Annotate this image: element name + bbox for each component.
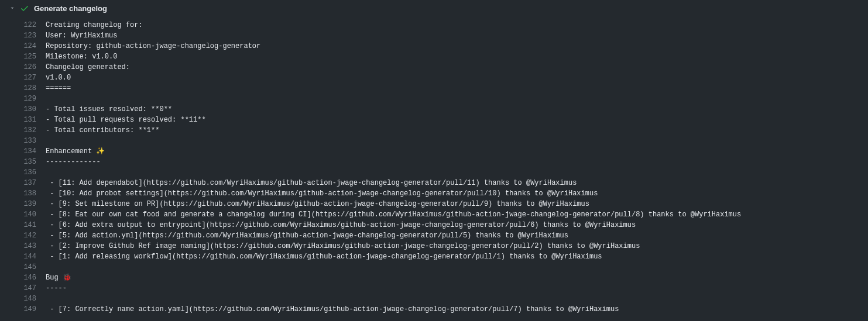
line-content: - [2: Improve Github Ref image naming](h… bbox=[36, 241, 640, 251]
line-content: - Total pull requests resolved: **11** bbox=[36, 115, 206, 125]
line-number: 146 bbox=[8, 272, 36, 283]
line-content: - [11: Add dependabot](https://github.co… bbox=[36, 178, 577, 188]
log-line: 125Milestone: v1.0.0 bbox=[0, 51, 868, 62]
line-number: 137 bbox=[8, 178, 36, 188]
line-number: 133 bbox=[8, 136, 36, 146]
line-content: - [8: Eat our own cat food and generate … bbox=[36, 209, 741, 220]
log-line: 127v1.0.0 bbox=[0, 73, 868, 83]
log-output: 122Creating changelog for:123User: WyriH… bbox=[0, 16, 868, 315]
log-line: 144 - [1: Add releasing workflow](https:… bbox=[0, 251, 868, 262]
log-line: 123User: WyriHaximus bbox=[0, 30, 868, 41]
line-content: - Total issues resolved: **0** bbox=[36, 104, 172, 115]
line-number: 139 bbox=[8, 199, 36, 209]
line-content: Enhancement ✨ bbox=[36, 146, 105, 157]
line-content: - [5: Add action.yml](https://github.com… bbox=[36, 230, 568, 241]
line-number: 130 bbox=[8, 104, 36, 115]
line-number: 128 bbox=[8, 83, 36, 94]
line-content: - [1: Add releasing workflow](https://gi… bbox=[36, 251, 602, 262]
line-content: - [7: Correctly name action.yaml](https:… bbox=[36, 304, 619, 315]
log-line: 135------------- bbox=[0, 157, 868, 167]
line-number: 123 bbox=[8, 30, 36, 41]
line-number: 132 bbox=[8, 125, 36, 136]
step-title: Generate changelog bbox=[34, 4, 107, 13]
line-number: 143 bbox=[8, 241, 36, 251]
log-line: 130- Total issues resolved: **0** bbox=[0, 104, 868, 115]
log-line: 132- Total contributors: **1** bbox=[0, 125, 868, 136]
line-number: 124 bbox=[8, 41, 36, 51]
log-line: 140 - [8: Eat our own cat food and gener… bbox=[0, 209, 868, 220]
line-number: 127 bbox=[8, 73, 36, 83]
log-line: 137 - [11: Add dependabot](https://githu… bbox=[0, 178, 868, 188]
line-number: 148 bbox=[8, 294, 36, 304]
line-number: 138 bbox=[8, 188, 36, 199]
log-line: 149 - [7: Correctly name action.yaml](ht… bbox=[0, 304, 868, 315]
line-content: - [6: Add extra output to entrypoint](ht… bbox=[36, 220, 636, 230]
line-content: - [9: Set milestone on PR](https://githu… bbox=[36, 199, 589, 209]
line-number: 125 bbox=[8, 51, 36, 62]
line-number: 131 bbox=[8, 115, 36, 125]
log-line: 131- Total pull requests resolved: **11*… bbox=[0, 115, 868, 125]
line-content: Milestone: v1.0.0 bbox=[36, 51, 117, 62]
line-number: 134 bbox=[8, 146, 36, 157]
step-header[interactable]: Generate changelog bbox=[0, 0, 868, 16]
log-line: 126Changelog generated: bbox=[0, 62, 868, 73]
log-line: 146Bug 🐞 bbox=[0, 272, 868, 283]
line-content: User: WyriHaximus bbox=[36, 30, 117, 41]
log-line: 136 bbox=[0, 167, 868, 178]
log-line: 124Repository: github-action-jwage-chang… bbox=[0, 41, 868, 51]
chevron-down-icon bbox=[9, 5, 15, 11]
line-number: 126 bbox=[8, 62, 36, 73]
log-line: 142 - [5: Add action.yml](https://github… bbox=[0, 230, 868, 241]
line-content: Bug 🐞 bbox=[36, 272, 71, 283]
line-content: v1.0.0 bbox=[36, 73, 71, 83]
log-line: 138 - [10: Add probot settings](https://… bbox=[0, 188, 868, 199]
line-number: 144 bbox=[8, 251, 36, 262]
line-number: 145 bbox=[8, 262, 36, 272]
check-icon bbox=[20, 4, 29, 13]
line-content: ====== bbox=[36, 83, 71, 94]
line-content: Changelog generated: bbox=[36, 62, 130, 73]
line-number: 147 bbox=[8, 283, 36, 294]
log-line: 128====== bbox=[0, 83, 868, 94]
line-number: 122 bbox=[8, 20, 36, 30]
log-line: 134Enhancement ✨ bbox=[0, 146, 868, 157]
line-number: 141 bbox=[8, 220, 36, 230]
log-line: 133 bbox=[0, 136, 868, 146]
log-line: 147----- bbox=[0, 283, 868, 294]
log-line: 122Creating changelog for: bbox=[0, 20, 868, 30]
line-content: Repository: github-action-jwage-changelo… bbox=[36, 41, 260, 51]
log-line: 145 bbox=[0, 262, 868, 272]
log-line: 139 - [9: Set milestone on PR](https://g… bbox=[0, 199, 868, 209]
line-number: 135 bbox=[8, 157, 36, 167]
log-line: 141 - [6: Add extra output to entrypoint… bbox=[0, 220, 868, 230]
log-line: 129 bbox=[0, 94, 868, 104]
line-number: 149 bbox=[8, 304, 36, 315]
line-content: ----- bbox=[36, 283, 67, 294]
line-content: - [10: Add probot settings](https://gith… bbox=[36, 188, 598, 199]
line-number: 129 bbox=[8, 94, 36, 104]
line-content: Creating changelog for: bbox=[36, 20, 143, 30]
log-line: 148 bbox=[0, 294, 868, 304]
line-number: 136 bbox=[8, 167, 36, 178]
line-number: 142 bbox=[8, 230, 36, 241]
line-content: - Total contributors: **1** bbox=[36, 125, 159, 136]
line-content: ------------- bbox=[36, 157, 101, 167]
log-line: 143 - [2: Improve Github Ref image namin… bbox=[0, 241, 868, 251]
line-number: 140 bbox=[8, 209, 36, 220]
